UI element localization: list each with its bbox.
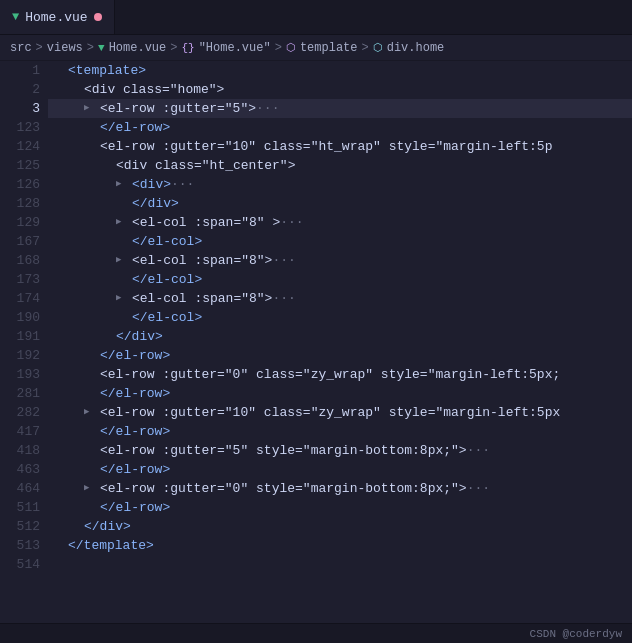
modified-dot	[94, 13, 102, 21]
bc-homevue2: "Home.vue"	[199, 41, 271, 55]
active-tab[interactable]: ▼ Home.vue	[0, 0, 115, 34]
fold-arrow[interactable]: ▶	[116, 175, 132, 194]
code-line-417: ▶</el-row>	[48, 422, 632, 441]
code-line-463: ▶</el-row>	[48, 460, 632, 479]
code-content: <el-col :span="8" >···	[132, 213, 304, 232]
code-content: </el-col>	[132, 308, 202, 327]
code-line-513: ▶</template>	[48, 536, 632, 555]
code-line-129: ▶<el-col :span="8" >···	[48, 213, 632, 232]
code-line-125: ▶<div class="ht_center">	[48, 156, 632, 175]
code-lines: ▶<template>▶<div class="home">▶<el-row :…	[48, 61, 632, 623]
code-line-464: ▶<el-row :gutter="0" style="margin-botto…	[48, 479, 632, 498]
code-line-3: ▶<el-row :gutter="5">···	[48, 99, 632, 118]
code-line-511: ▶</el-row>	[48, 498, 632, 517]
code-content: <div class="ht_center">	[116, 156, 295, 175]
code-content: <el-row :gutter="0" style="margin-bottom…	[100, 479, 490, 498]
bc-sep4: >	[275, 41, 282, 55]
breadcrumb: src > views > ▼ Home.vue > {} "Home.vue"…	[0, 35, 632, 61]
bc-views: views	[47, 41, 83, 55]
code-content: </el-col>	[132, 232, 202, 251]
code-content: </el-row>	[100, 346, 170, 365]
code-content: </div>	[84, 517, 131, 536]
code-line-193: ▶<el-row :gutter="0" class="zy_wrap" sty…	[48, 365, 632, 384]
code-line-1: ▶<template>	[48, 61, 632, 80]
tab-bar: ▼ Home.vue	[0, 0, 632, 35]
code-content: <el-row :gutter="5" style="margin-bottom…	[100, 441, 490, 460]
code-line-168: ▶<el-col :span="8">···	[48, 251, 632, 270]
code-line-128: ▶</div>	[48, 194, 632, 213]
code-content: </el-row>	[100, 384, 170, 403]
bc-sep2: >	[87, 41, 94, 55]
code-area: 1231231241251261281291671681731741901911…	[0, 61, 632, 623]
code-line-2: ▶<div class="home">	[48, 80, 632, 99]
bc-template: template	[300, 41, 358, 55]
code-content: </el-row>	[100, 460, 170, 479]
vue-icon: ▼	[12, 10, 19, 24]
tab-filename: Home.vue	[25, 10, 87, 25]
bc-curly-icon: {}	[181, 42, 194, 54]
code-line-173: ▶</el-col>	[48, 270, 632, 289]
code-content: <el-col :span="8">···	[132, 289, 296, 308]
code-line-512: ▶</div>	[48, 517, 632, 536]
fold-arrow[interactable]: ▶	[116, 251, 132, 270]
status-bar: CSDN @coderdyw	[0, 623, 632, 643]
code-content: <el-row :gutter="10" class="zy_wrap" sty…	[100, 403, 560, 422]
bc-div-icon: ⬡	[373, 41, 383, 54]
code-line-126: ▶<div>···	[48, 175, 632, 194]
code-content: </el-row>	[100, 118, 170, 137]
code-line-123: ▶</el-row>	[48, 118, 632, 137]
code-line-174: ▶<el-col :span="8">···	[48, 289, 632, 308]
code-content: <el-row :gutter="5">···	[100, 99, 279, 118]
fold-arrow[interactable]: ▶	[84, 479, 100, 498]
code-line-191: ▶</div>	[48, 327, 632, 346]
code-line-167: ▶</el-col>	[48, 232, 632, 251]
code-content: <div>···	[132, 175, 194, 194]
fold-arrow[interactable]: ▶	[116, 289, 132, 308]
code-content: </el-row>	[100, 498, 170, 517]
code-content: <el-col :span="8">···	[132, 251, 296, 270]
code-content: <el-row :gutter="10" class="ht_wrap" sty…	[100, 137, 552, 156]
line-numbers: 1231231241251261281291671681731741901911…	[0, 61, 48, 623]
code-line-514: ▶	[48, 555, 632, 574]
code-line-192: ▶</el-row>	[48, 346, 632, 365]
code-line-418: ▶<el-row :gutter="5" style="margin-botto…	[48, 441, 632, 460]
bc-divhome: div.home	[387, 41, 445, 55]
status-text: CSDN @coderdyw	[530, 628, 622, 640]
fold-arrow[interactable]: ▶	[84, 99, 100, 118]
code-line-281: ▶</el-row>	[48, 384, 632, 403]
bc-sep1: >	[36, 41, 43, 55]
code-content: </el-row>	[100, 422, 170, 441]
code-content: </template>	[68, 536, 154, 555]
bc-sep3: >	[170, 41, 177, 55]
code-content: <el-row :gutter="0" class="zy_wrap" styl…	[100, 365, 560, 384]
bc-src: src	[10, 41, 32, 55]
code-line-282: ▶<el-row :gutter="10" class="zy_wrap" st…	[48, 403, 632, 422]
bc-template-icon: ⬡	[286, 41, 296, 54]
bc-homevue: Home.vue	[109, 41, 167, 55]
fold-arrow[interactable]: ▶	[84, 403, 100, 422]
code-content: </div>	[116, 327, 163, 346]
code-content: <template>	[68, 61, 146, 80]
fold-arrow[interactable]: ▶	[116, 213, 132, 232]
code-line-124: ▶<el-row :gutter="10" class="ht_wrap" st…	[48, 137, 632, 156]
bc-sep5: >	[361, 41, 368, 55]
code-content: <div class="home">	[84, 80, 224, 99]
code-content: </div>	[132, 194, 179, 213]
code-line-190: ▶</el-col>	[48, 308, 632, 327]
bc-vue-icon: ▼	[98, 42, 105, 54]
code-content: </el-col>	[132, 270, 202, 289]
